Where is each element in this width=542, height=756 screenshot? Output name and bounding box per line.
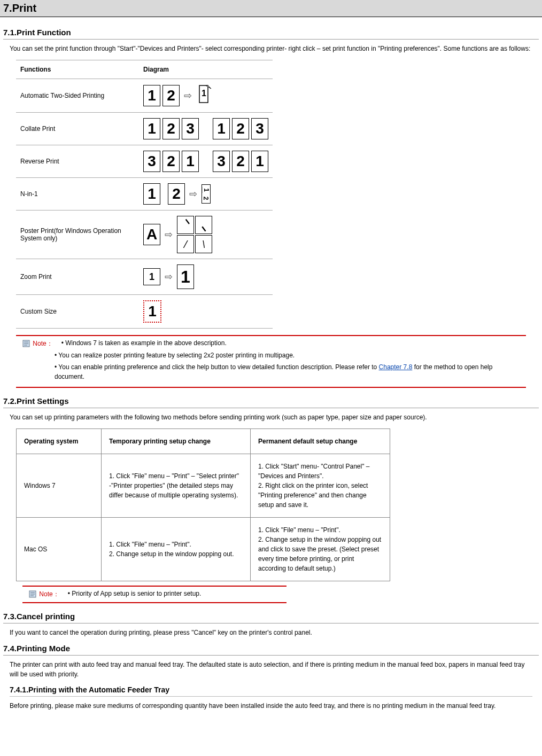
- note-block-7-1: Note： • Windows 7 is taken as example in…: [16, 335, 526, 388]
- diag-combined-1-icon: 1: [202, 187, 210, 193]
- diag-num-icon: 3: [213, 151, 230, 172]
- settings-header-os: Operating system: [17, 429, 102, 454]
- os-windows7: Windows 7: [17, 454, 102, 518]
- diagram-zoom: 1 ⇨ 1: [139, 259, 273, 295]
- flip-page-icon: 1: [196, 84, 212, 107]
- note-item-2: • You can realize poster printing featur…: [55, 350, 520, 360]
- arrow-right-icon: ⇨: [165, 229, 173, 240]
- diag-num-icon: 1: [213, 118, 230, 139]
- arrow-right-icon: ⇨: [189, 188, 197, 200]
- note-icon: [22, 340, 30, 347]
- section-7-4-title: 7.4.Printing Mode: [3, 644, 539, 656]
- section-7-1-intro: You can set the print function through "…: [10, 44, 532, 53]
- diagram-n-in-1: 1 2 ⇨ 1 2: [139, 178, 273, 211]
- diag-num-icon: 3: [251, 118, 268, 139]
- diagram-auto-two-sided: 1 2 ⇨ 1: [139, 79, 273, 113]
- arrow-right-icon: ⇨: [184, 90, 192, 102]
- settings-header-temp: Temporary printing setup change: [102, 429, 251, 454]
- function-zoom: Zoom Print: [16, 259, 139, 295]
- settings-header-perm: Permanent default setup change: [251, 429, 390, 454]
- arrow-right-icon: ⇨: [165, 271, 173, 283]
- function-collate: Collate Print: [16, 113, 139, 145]
- table-row: Poster Print(for Windows Operation Syste…: [16, 211, 273, 259]
- section-7-2-intro: You can set up printing parameters with …: [10, 412, 532, 422]
- diagram-custom-size: 1: [139, 295, 273, 329]
- section-7-1-title: 7.1.Print Function: [3, 28, 539, 40]
- section-7-3-intro: If you want to cancel the operation duri…: [10, 628, 532, 637]
- diag-num-icon: 1: [182, 151, 199, 172]
- table-row: N-in-1 1 2 ⇨ 1 2: [16, 178, 273, 211]
- diag-letter-a-icon: A: [143, 224, 160, 245]
- functions-header-2: Diagram: [139, 60, 273, 79]
- note-item-1: • Windows 7 is taken as example in the a…: [61, 339, 227, 347]
- diag-poster-tile-icon: \: [195, 235, 212, 253]
- diagram-reverse: 3 2 1 3 2 1: [139, 145, 273, 178]
- note-icon: [29, 590, 36, 598]
- diag-num-icon: 2: [162, 118, 180, 139]
- table-row: Automatic Two-Sided Printing 1 2 ⇨ 1: [16, 79, 273, 113]
- section-7-4-1-intro: Before printing, please make sure medium…: [10, 701, 532, 711]
- note-7-2-text: • Priority of App setup is senior to pri…: [68, 590, 202, 597]
- diag-small-1-icon: 1: [143, 268, 160, 285]
- table-row: Zoom Print 1 ⇨ 1: [16, 259, 273, 295]
- note-label: Note：: [39, 590, 66, 599]
- svg-text:1: 1: [202, 89, 206, 98]
- diagram-collate: 1 2 3 1 2 3: [139, 113, 273, 145]
- function-custom-size: Custom Size: [16, 295, 139, 329]
- diag-num-icon: 1: [251, 151, 268, 172]
- function-poster: Poster Print(for Windows Operation Syste…: [16, 211, 139, 259]
- chapter-7-8-link[interactable]: Chapter 7.8: [379, 363, 413, 371]
- function-reverse: Reverse Print: [16, 145, 139, 178]
- functions-table: Functions Diagram Automatic Two-Sided Pr…: [16, 60, 273, 329]
- diag-num-icon: 3: [182, 118, 199, 139]
- diag-num-icon: 2: [232, 118, 249, 139]
- table-row: Reverse Print 3 2 1 3 2 1: [16, 145, 273, 178]
- perm-windows7: 1. Click "Start" menu- "Control Panel" –…: [251, 454, 390, 518]
- diag-num-icon: 3: [143, 151, 160, 172]
- table-row: Custom Size 1: [16, 295, 273, 329]
- temp-windows7: 1. Click "File" menu – "Print" – "Select…: [102, 454, 251, 518]
- note-item-3: • You can enable printing preference and…: [55, 362, 520, 381]
- functions-header-1: Functions: [16, 60, 139, 79]
- diag-custom-1-icon: 1: [143, 300, 161, 323]
- table-row: Windows 7 1. Click "File" menu – "Print"…: [17, 454, 390, 518]
- section-7-2-title: 7.2.Print Settings: [3, 396, 539, 408]
- diag-poster-tile-icon: ⸜: [195, 216, 212, 234]
- diag-big-1-icon: 1: [177, 264, 194, 289]
- diag-page-2-icon: 2: [162, 85, 180, 106]
- print-settings-table: Operating system Temporary printing setu…: [16, 428, 390, 581]
- os-macos: Mac OS: [17, 518, 102, 581]
- diag-num-icon: 2: [162, 151, 180, 172]
- table-row: Collate Print 1 2 3 1 2 3: [16, 113, 273, 145]
- temp-macos: 1. Click "File" menu – "Print". 2. Chang…: [102, 518, 251, 581]
- function-auto-two-sided: Automatic Two-Sided Printing: [16, 79, 139, 113]
- diag-page-1-icon: 1: [143, 85, 160, 106]
- diag-num-icon: 1: [143, 183, 160, 205]
- diag-poster-tile-icon: /: [177, 235, 194, 253]
- section-7-4-intro: The printer can print with auto feed tra…: [10, 660, 532, 679]
- svg-marker-1: [206, 85, 211, 89]
- note-label: Note：: [33, 339, 59, 348]
- note-block-7-2: Note： • Priority of App setup is senior …: [22, 586, 287, 603]
- page-title: 7.Print: [0, 0, 542, 17]
- note-item-3-pre: • You can enable printing preference and…: [55, 363, 379, 371]
- diag-num-icon: 1: [143, 118, 160, 139]
- section-7-4-1-title: 7.4.1.Printing with the Automatic Feeder…: [10, 685, 532, 697]
- table-row: Mac OS 1. Click "File" menu – "Print". 2…: [17, 518, 390, 581]
- diag-combined-2-icon: 2: [202, 196, 210, 201]
- section-7-3-title: 7.3.Cancel printing: [3, 612, 539, 623]
- diag-num-icon: 2: [232, 151, 249, 172]
- diagram-poster: A ⇨ ⸌ ⸜ / \: [139, 211, 273, 259]
- diag-num-icon: 2: [168, 183, 185, 205]
- diag-poster-tile-icon: ⸌: [177, 216, 194, 234]
- perm-macos: 1. Click "File" menu – "Print". 2. Chang…: [251, 518, 390, 581]
- function-n-in-1: N-in-1: [16, 178, 139, 211]
